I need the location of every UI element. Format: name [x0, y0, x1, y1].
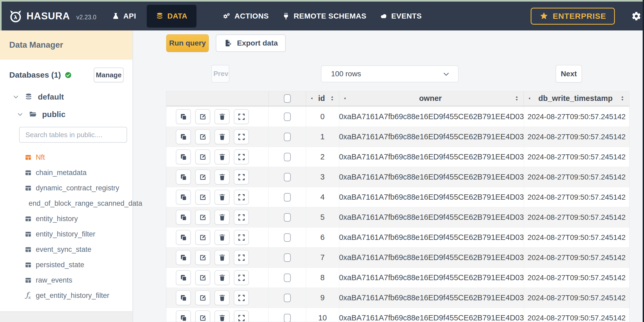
delete-row-button[interactable] — [214, 190, 230, 205]
clone-row-button[interactable] — [176, 149, 191, 164]
delete-row-button[interactable] — [214, 169, 230, 185]
run-query-button[interactable]: Run query — [166, 34, 209, 52]
edit-row-button[interactable] — [195, 190, 210, 205]
sort-icon[interactable] — [619, 95, 625, 102]
sidebar-table-get_entity_history_filter[interactable]: ƒxget_entity_history_filter — [0, 288, 132, 303]
edit-row-button[interactable] — [195, 270, 210, 285]
nav-item-actions[interactable]: ACTIONS — [223, 12, 269, 20]
export-data-button[interactable]: Export data — [216, 34, 286, 52]
row-checkbox[interactable] — [284, 233, 291, 242]
expand-row-button[interactable] — [234, 230, 249, 245]
edit-row-button[interactable] — [195, 210, 210, 225]
chevron-down-icon[interactable] — [17, 111, 24, 118]
nav-item-events[interactable]: EVENTS — [380, 12, 422, 20]
clone-row-button[interactable] — [176, 290, 191, 305]
data-manager-sidebar: Data Manager Databases (1) Manage defaul… — [0, 30, 133, 322]
collapse-column-icon[interactable] — [527, 96, 531, 101]
row-checkbox[interactable] — [284, 274, 291, 282]
sort-icon[interactable] — [329, 95, 335, 102]
row-checkbox[interactable] — [284, 294, 291, 302]
expand-row-button[interactable] — [234, 109, 249, 124]
expand-row-button[interactable] — [234, 310, 249, 322]
row-checkbox[interactable] — [284, 133, 291, 141]
column-header-owner[interactable]: owner — [339, 91, 524, 105]
sidebar-table-entity_history_filter[interactable]: entity_history_filter — [0, 226, 132, 242]
row-checkbox[interactable] — [284, 153, 291, 161]
sidebar-table-raw_events[interactable]: raw_events — [0, 272, 132, 288]
nav-item-data[interactable]: DATA — [147, 5, 196, 28]
row-checkbox[interactable] — [284, 314, 291, 322]
sidebar-table-end_of_block_range_scanned_data[interactable]: end_of_block_range_scanned_data — [0, 196, 132, 211]
clone-row-button[interactable] — [176, 270, 191, 285]
column-header-db-write-timestamp[interactable]: db_write_timestamp — [524, 91, 629, 105]
enterprise-button[interactable]: ENTERPRISE — [531, 8, 615, 25]
search-tables-input[interactable] — [19, 127, 127, 143]
clone-row-button[interactable] — [176, 129, 191, 144]
expand-row-button[interactable] — [234, 129, 249, 144]
edit-row-button[interactable] — [195, 129, 210, 144]
clone-row-button[interactable] — [176, 190, 191, 205]
clone-row-button[interactable] — [176, 310, 191, 322]
edit-row-button[interactable] — [195, 310, 210, 322]
manage-button[interactable]: Manage — [94, 68, 124, 82]
edit-row-button[interactable] — [195, 230, 210, 245]
expand-row-button[interactable] — [234, 169, 249, 185]
rows-per-page-select[interactable]: 100 rows — [321, 65, 459, 82]
delete-row-button[interactable] — [214, 210, 230, 225]
tables-list: Nftchain_metadatadynamic_contract_regist… — [0, 150, 132, 303]
tree-node-public-schema[interactable]: public — [17, 110, 132, 119]
hasura-logo[interactable]: λ HASURA — [8, 9, 70, 23]
select-all-checkbox[interactable] — [284, 94, 291, 103]
delete-row-button[interactable] — [214, 310, 230, 322]
sidebar-table-persisted_state[interactable]: persisted_state — [0, 257, 132, 272]
row-checkbox[interactable] — [284, 193, 291, 202]
clone-row-button[interactable] — [176, 210, 191, 225]
edit-row-button[interactable] — [195, 250, 210, 265]
expand-row-button[interactable] — [234, 250, 249, 265]
expand-row-button[interactable] — [234, 290, 249, 305]
nav-item-remote-schemas[interactable]: REMOTE SCHEMAS — [282, 12, 366, 20]
collapse-column-icon[interactable] — [310, 96, 314, 101]
tree-node-default-database[interactable]: default — [12, 92, 132, 101]
edit-row-button[interactable] — [195, 109, 210, 124]
delete-row-button[interactable] — [214, 149, 230, 164]
sort-icon[interactable] — [514, 95, 520, 102]
row-checkbox[interactable] — [284, 113, 291, 121]
delete-row-button[interactable] — [214, 270, 230, 285]
expand-row-button[interactable] — [234, 270, 249, 285]
delete-row-button[interactable] — [214, 250, 230, 265]
chevron-down-icon[interactable] — [12, 93, 19, 100]
sidebar-table-dynamic_contract_registry[interactable]: dynamic_contract_registry — [0, 180, 132, 196]
delete-row-button[interactable] — [214, 230, 230, 245]
sidebar-table-entity_history[interactable]: entity_history — [0, 211, 132, 226]
clone-row-button[interactable] — [176, 250, 191, 265]
edit-row-button[interactable] — [195, 290, 210, 305]
expand-row-button[interactable] — [234, 149, 249, 164]
flask-icon — [112, 12, 120, 20]
sidebar-table-Nft[interactable]: Nft — [0, 150, 132, 165]
edit-row-button[interactable] — [195, 169, 210, 185]
edit-icon — [199, 113, 207, 121]
collapse-column-icon[interactable] — [343, 96, 347, 101]
clone-row-button[interactable] — [176, 169, 191, 185]
expand-row-button[interactable] — [234, 190, 249, 205]
clone-row-button[interactable] — [176, 230, 191, 245]
clone-row-button[interactable] — [176, 109, 191, 124]
delete-row-button[interactable] — [214, 109, 230, 124]
sidebar-table-event_sync_state[interactable]: event_sync_state — [0, 242, 132, 257]
sidebar-table-chain_metadata[interactable]: chain_metadata — [0, 165, 132, 180]
nav-item-api[interactable]: API — [112, 12, 136, 20]
row-checkbox[interactable] — [284, 173, 291, 181]
row-checkbox[interactable] — [284, 213, 291, 222]
column-header-id[interactable]: id — [306, 91, 339, 105]
prev-page-button[interactable]: Prev — [211, 65, 229, 83]
delete-row-button[interactable] — [214, 129, 230, 144]
edit-row-button[interactable] — [195, 149, 210, 164]
row-checkbox[interactable] — [284, 253, 291, 262]
delete-row-button[interactable] — [214, 290, 230, 305]
expand-row-button[interactable] — [234, 210, 249, 225]
next-page-button[interactable]: Next — [556, 65, 582, 83]
table-name-label: Nft — [36, 153, 45, 162]
settings-gear-icon[interactable] — [631, 11, 641, 21]
table-name-label: persisted_state — [36, 261, 84, 269]
